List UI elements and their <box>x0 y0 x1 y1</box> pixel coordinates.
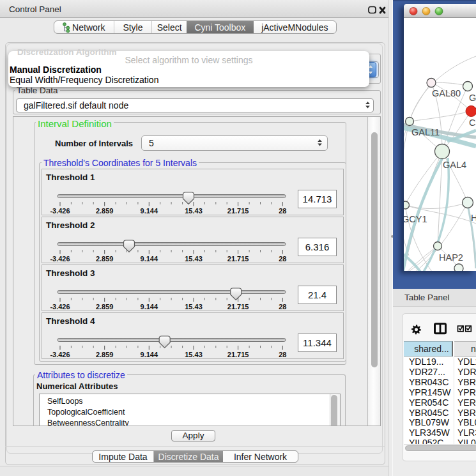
svg-text:2.859: 2.859 <box>96 207 114 215</box>
svg-text:15.43: 15.43 <box>185 303 203 311</box>
svg-text:15.43: 15.43 <box>185 351 203 358</box>
svg-text:9.144: 9.144 <box>141 207 158 215</box>
svg-text:C: C <box>469 118 475 128</box>
svg-text:21.715: 21.715 <box>227 207 249 215</box>
svg-text:9.144: 9.144 <box>141 351 158 358</box>
svg-text:-3.426: -3.426 <box>50 351 70 358</box>
svg-text:GAL4: GAL4 <box>443 160 466 170</box>
svg-text:HAP2: HAP2 <box>439 252 463 263</box>
svg-text:-3.426: -3.426 <box>50 303 70 311</box>
svg-text:15.43: 15.43 <box>185 255 203 263</box>
svg-text:21.715: 21.715 <box>227 303 249 311</box>
svg-text:28: 28 <box>279 351 286 358</box>
svg-text:-3.426: -3.426 <box>50 255 70 263</box>
svg-text:2.859: 2.859 <box>96 255 114 263</box>
svg-text:2.859: 2.859 <box>96 303 114 311</box>
svg-text:H: H <box>471 213 476 223</box>
svg-text:2.859: 2.859 <box>96 351 114 358</box>
svg-text:GCY1: GCY1 <box>404 214 427 224</box>
svg-text:28: 28 <box>279 207 286 215</box>
svg-text:28: 28 <box>279 255 286 263</box>
svg-text:9.144: 9.144 <box>141 255 158 263</box>
svg-text:9.144: 9.144 <box>141 303 158 311</box>
svg-text:GAL11: GAL11 <box>411 127 440 137</box>
svg-text:GA: GA <box>469 93 476 103</box>
svg-text:15.43: 15.43 <box>185 207 203 215</box>
svg-text:-3.426: -3.426 <box>50 207 70 215</box>
svg-text:21.715: 21.715 <box>227 351 249 358</box>
svg-text:21.715: 21.715 <box>227 255 249 263</box>
svg-text:28: 28 <box>279 303 286 311</box>
svg-text:GAL80: GAL80 <box>432 88 461 98</box>
